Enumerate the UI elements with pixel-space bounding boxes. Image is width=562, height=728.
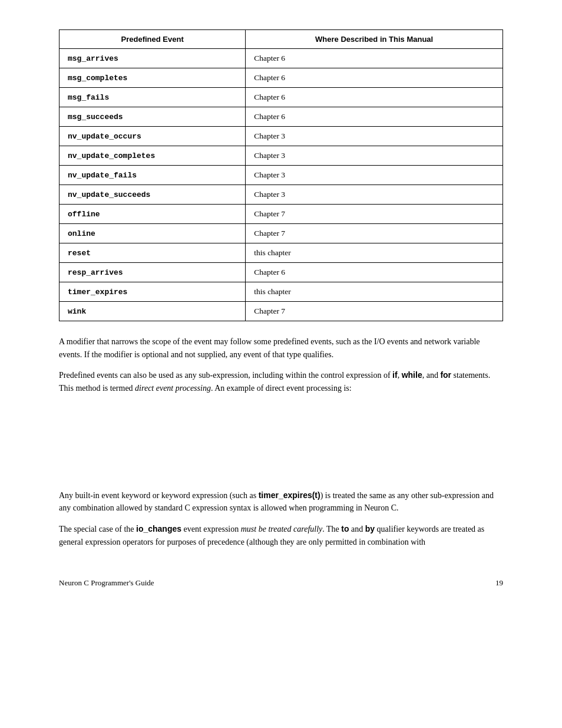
table-cell-location: Chapter 6 — [246, 88, 503, 107]
table-row: winkChapter 7 — [59, 302, 503, 321]
table-cell-event: msg_completes — [59, 68, 246, 88]
table-cell-location: Chapter 6 — [246, 68, 503, 88]
table-header-col1: Predefined Event — [59, 30, 246, 49]
p2-before: Predefined events can also be used as an… — [59, 371, 392, 380]
p4-by: by — [365, 524, 375, 533]
table-cell-location: Chapter 6 — [246, 107, 503, 127]
table-header-col2: Where Described in This Manual — [246, 30, 503, 49]
table-cell-event: nv_update_completes — [59, 146, 246, 166]
p3-bold: timer_expires(t) — [259, 490, 320, 500]
table-cell-event: msg_succeeds — [59, 107, 246, 127]
table-cell-location: Chapter 6 — [246, 263, 503, 282]
table-cell-event: reset — [59, 243, 246, 263]
table-row: nv_update_occursChapter 3 — [59, 127, 503, 146]
p2-while: while — [402, 370, 422, 380]
table-row: resp_arrivesChapter 6 — [59, 263, 503, 282]
paragraph-1: A modifier that narrows the scope of the… — [59, 335, 503, 361]
p4-to: to — [341, 524, 349, 533]
p4-italic: must be treated carefully — [241, 525, 323, 533]
p2-after: . An example of direct event processing … — [211, 384, 352, 393]
table-cell-location: this chapter — [246, 243, 503, 263]
table-row: nv_update_failsChapter 3 — [59, 166, 503, 185]
p2-comma1: , — [398, 371, 402, 380]
p4-before-bold: The special case of the — [59, 525, 136, 533]
table-cell-location: Chapter 3 — [246, 146, 503, 166]
table-cell-location: Chapter 3 — [246, 166, 503, 185]
p3-before: Any built-in event keyword or keyword ex… — [59, 491, 259, 500]
paragraph-3: Any built-in event keyword or keyword ex… — [59, 489, 503, 515]
p2-for: for — [440, 370, 451, 380]
table-cell-event: msg_fails — [59, 88, 246, 107]
table-row: resetthis chapter — [59, 243, 503, 263]
table-cell-event: resp_arrives — [59, 263, 246, 282]
footer-left: Neuron C Programmer's Guide — [59, 578, 154, 588]
p4-middle: . The — [322, 525, 341, 533]
table-cell-location: Chapter 3 — [246, 127, 503, 146]
table-cell-event: timer_expires — [59, 282, 246, 302]
table-cell-event: nv_update_occurs — [59, 127, 246, 146]
table-row: msg_arrivesChapter 6 — [59, 49, 503, 68]
table-cell-location: Chapter 6 — [246, 49, 503, 68]
table-cell-event: wink — [59, 302, 246, 321]
table-row: onlineChapter 7 — [59, 224, 503, 243]
predefined-events-table: Predefined Event Where Described in This… — [59, 29, 503, 321]
page-content: Predefined Event Where Described in This… — [59, 29, 503, 588]
table-cell-event: online — [59, 224, 246, 243]
table-cell-event: nv_update_fails — [59, 166, 246, 185]
p4-bold: io_changes — [136, 524, 181, 533]
paragraph-2: Predefined events can also be used as an… — [59, 369, 503, 394]
p2-italic: direct event processing — [135, 384, 211, 393]
table-cell-event: offline — [59, 205, 246, 224]
table-row: timer_expiresthis chapter — [59, 282, 503, 302]
table-cell-event: nv_update_succeeds — [59, 185, 246, 205]
table-row: msg_failsChapter 6 — [59, 88, 503, 107]
table-cell-location: Chapter 7 — [246, 302, 503, 321]
p4-and: and — [349, 525, 365, 533]
footer-right: 19 — [495, 578, 503, 588]
table-row: msg_completesChapter 6 — [59, 68, 503, 88]
table-cell-location: Chapter 7 — [246, 205, 503, 224]
paragraph-4: The special case of the io_changes event… — [59, 523, 503, 548]
table-row: offlineChapter 7 — [59, 205, 503, 224]
p2-if: if — [392, 370, 398, 380]
paragraph-1-text: A modifier that narrows the scope of the… — [59, 337, 480, 359]
code-block — [82, 407, 503, 477]
page-footer: Neuron C Programmer's Guide 19 — [59, 572, 503, 588]
table-cell-location: Chapter 3 — [246, 185, 503, 205]
table-cell-location: this chapter — [246, 282, 503, 302]
p4-before-italic: event expression — [181, 525, 241, 533]
table-cell-event: msg_arrives — [59, 49, 246, 68]
table-row: nv_update_completesChapter 3 — [59, 146, 503, 166]
table-cell-location: Chapter 7 — [246, 224, 503, 243]
table-row: nv_update_succeedsChapter 3 — [59, 185, 503, 205]
p2-and: , and — [422, 371, 441, 380]
table-row: msg_succeedsChapter 6 — [59, 107, 503, 127]
